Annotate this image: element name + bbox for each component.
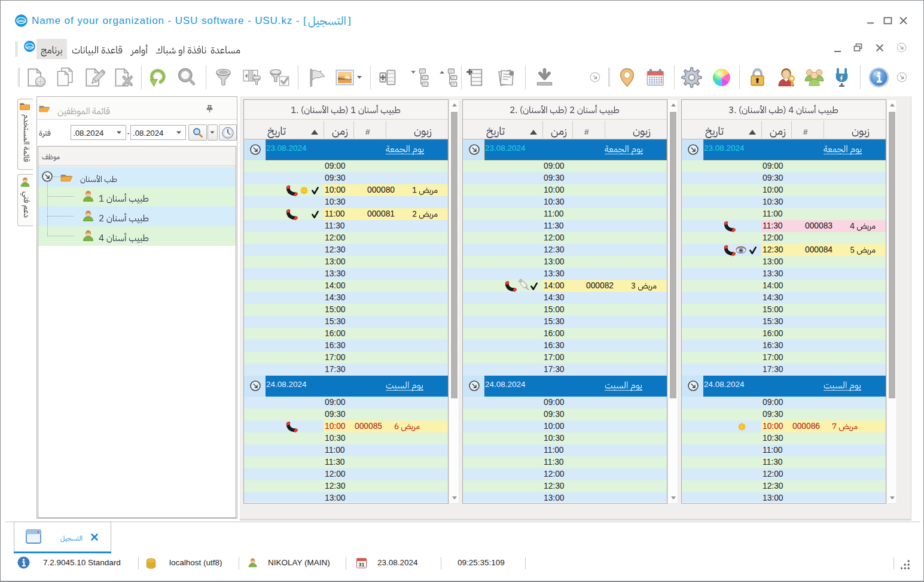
svg-text:31: 31 xyxy=(358,562,364,568)
svg-text:usu: usu xyxy=(18,19,25,23)
svg-text:usu: usu xyxy=(26,45,33,48)
